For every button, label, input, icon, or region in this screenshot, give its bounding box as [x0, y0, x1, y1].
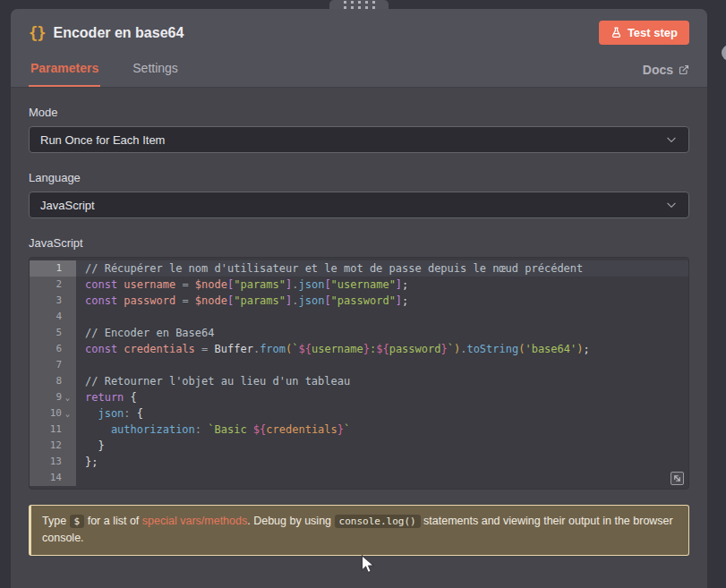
inline-code-chip: $	[70, 515, 85, 528]
mode-select-value: Run Once for Each Item	[40, 133, 165, 147]
test-step-button[interactable]: Test step	[599, 21, 689, 45]
code-line: 6const credentials = Buffer.from(`${user…	[30, 341, 688, 357]
line-number: 11	[30, 422, 62, 438]
hint-text-segment: . Debug by using	[247, 515, 334, 527]
code-editor-lines: 1// Récupérer le nom d'utilisateur et le…	[30, 260, 688, 486]
line-number: 13	[30, 454, 62, 470]
code-line: 4	[30, 309, 688, 325]
chevron-down-icon	[665, 133, 678, 146]
line-number: 5	[30, 325, 62, 341]
code-line: 1// Récupérer le nom d'utilisateur et le…	[30, 260, 688, 277]
hint-text-segment: for a list of	[84, 515, 142, 527]
docs-link[interactable]: Docs	[643, 63, 689, 87]
external-link-icon	[679, 64, 689, 75]
mode-select[interactable]: Run Once for Each Item	[29, 126, 689, 153]
node-settings-panel: {} Encoder en base64 Test step Parameter…	[11, 9, 707, 588]
code-line: 11 authorization: `Basic ${credentials}`	[30, 422, 688, 438]
code-editor-label: JavaScript	[29, 236, 689, 250]
line-number: 4	[30, 309, 62, 325]
language-label: Language	[29, 171, 689, 184]
chevron-down-icon	[665, 199, 678, 211]
line-number: 7	[30, 357, 62, 373]
editor-resize-handle[interactable]	[670, 472, 684, 485]
canvas-background: {} Encoder en base64 Test step Parameter…	[0, 0, 726, 588]
line-number: 6	[30, 341, 62, 357]
code-line: 9⌄return {	[30, 389, 688, 405]
tab-settings[interactable]: Settings	[131, 57, 180, 87]
language-select[interactable]: JavaScript	[29, 192, 689, 218]
code-line: 13};	[30, 454, 688, 470]
mode-label: Mode	[29, 106, 689, 119]
code-line: 10⌄ json: {	[30, 405, 688, 422]
code-line: 3const password = $node["params"].json["…	[30, 293, 688, 309]
code-line: 2const username = $node["params"].json["…	[30, 277, 688, 293]
code-line: 5// Encoder en Base64	[30, 325, 688, 341]
grip-dots-icon	[344, 1, 375, 9]
flask-icon	[611, 27, 622, 38]
line-number: 12	[30, 438, 62, 454]
panel-body: Mode Run Once for Each Item Language Jav…	[11, 88, 707, 556]
inline-code-chip: console.log()	[335, 515, 421, 528]
line-number: 1	[30, 260, 62, 277]
code-line: 7	[30, 357, 688, 373]
code-line: 14	[30, 470, 688, 486]
hint-text-segment: Type	[42, 515, 70, 527]
page-title[interactable]: Encoder en base64	[53, 25, 184, 41]
line-number: 9	[30, 389, 62, 405]
panel-header: {} Encoder en base64 Test step Parameter…	[11, 9, 707, 88]
fold-icon[interactable]: ⌄	[62, 405, 73, 422]
test-step-label: Test step	[628, 26, 678, 39]
special-vars-link[interactable]: special vars/methods	[142, 515, 247, 527]
code-editor[interactable]: 1// Récupérer le nom d'utilisateur et le…	[29, 257, 689, 490]
line-number: 14	[30, 470, 62, 486]
line-number: 10	[30, 405, 62, 422]
docs-label: Docs	[643, 63, 673, 77]
fold-icon[interactable]: ⌄	[62, 389, 73, 405]
editor-hint-callout: Type $ for a list of special vars/method…	[29, 505, 689, 556]
panel-edge-button[interactable]	[722, 45, 726, 61]
hint-text: Type $ for a list of special vars/method…	[42, 515, 673, 544]
language-select-value: JavaScript	[40, 199, 95, 212]
code-line: 8// Retourner l'objet au lieu d'un table…	[30, 373, 688, 389]
line-number: 8	[30, 373, 62, 389]
tab-parameters[interactable]: Parameters	[29, 57, 100, 87]
line-number: 2	[30, 277, 62, 293]
line-number: 3	[30, 293, 62, 309]
code-node-icon: {}	[29, 24, 45, 42]
code-line: 12 }	[30, 438, 688, 454]
